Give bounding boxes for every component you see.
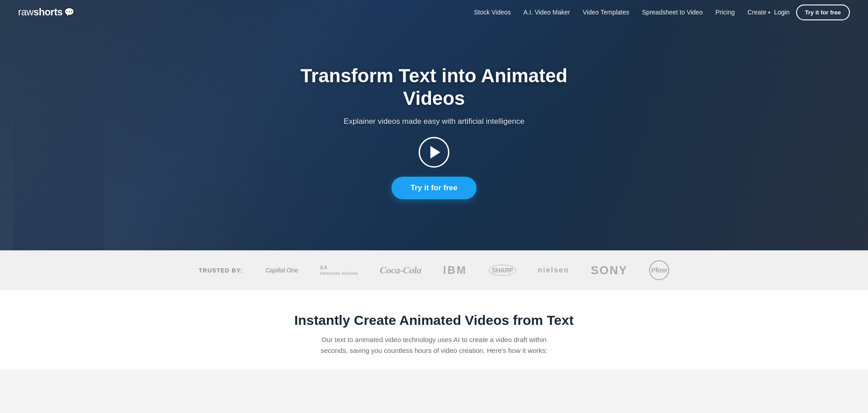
bottom-description: Our text to animated video technology us… xyxy=(307,334,561,356)
nav-item-spreadsheet-to-video[interactable]: Spreadsheet to Video xyxy=(642,8,703,16)
nav-link-stock-videos[interactable]: Stock Videos xyxy=(474,9,510,16)
nav-link-spreadsheet-to-video[interactable]: Spreadsheet to Video xyxy=(642,9,703,16)
logo-text: rawshorts xyxy=(18,6,62,18)
logo[interactable]: rawshorts 💬 xyxy=(18,6,74,18)
chevron-down-icon: ▾ xyxy=(768,10,770,15)
brand-pfizer: Pfizer xyxy=(649,260,669,280)
nav-try-free-button[interactable]: Try it for free xyxy=(796,5,850,20)
nav-link-ai-video-maker[interactable]: A.I. Video Maker xyxy=(524,9,570,16)
bottom-section: Instantly Create Animated Videos from Te… xyxy=(0,290,868,370)
nav-link-video-templates[interactable]: Video Templates xyxy=(583,9,629,16)
nav-item-stock-videos[interactable]: Stock Videos xyxy=(474,8,510,16)
hero-play-button[interactable] xyxy=(419,137,449,168)
hero-title: Transform Text into Animated Videos xyxy=(276,65,592,110)
hero-content: Transform Text into Animated Videos Expl… xyxy=(276,51,592,200)
trusted-logos: Capital One AAAmerican Airlines Coca-Col… xyxy=(265,260,669,280)
hero-subtitle: Explainer videos made easy with artifici… xyxy=(344,117,524,126)
navbar: rawshorts 💬 Stock Videos A.I. Video Make… xyxy=(0,0,868,24)
nav-links: Stock Videos A.I. Video Maker Video Temp… xyxy=(474,8,770,16)
logo-icon: 💬 xyxy=(64,7,74,17)
brand-capital-one: Capital One xyxy=(265,267,298,274)
nav-item-ai-video-maker[interactable]: A.I. Video Maker xyxy=(524,8,570,16)
trusted-section: TRUSTED BY: Capital One AAAmerican Airli… xyxy=(0,250,868,290)
bottom-title: Instantly Create Animated Videos from Te… xyxy=(18,313,850,328)
hero-try-free-button[interactable]: Try it for free xyxy=(392,177,476,199)
login-link[interactable]: Login xyxy=(774,9,789,16)
brand-coca-cola: Coca-Cola xyxy=(380,264,421,276)
nav-item-pricing[interactable]: Pricing xyxy=(715,8,735,16)
nav-item-create[interactable]: Create ▾ xyxy=(747,9,770,16)
nav-link-create[interactable]: Create ▾ xyxy=(747,9,770,16)
play-triangle-icon xyxy=(430,146,440,159)
trusted-label: TRUSTED BY: xyxy=(199,267,243,274)
brand-sharp: SHARP xyxy=(489,265,516,276)
brand-nielsen: nielsen xyxy=(538,266,569,274)
hero-section: Transform Text into Animated Videos Expl… xyxy=(0,0,868,250)
brand-ibm: IBM xyxy=(443,264,467,277)
brand-american-airlines: AAAmerican Airlines xyxy=(320,265,358,276)
nav-item-video-templates[interactable]: Video Templates xyxy=(583,8,629,16)
nav-link-pricing[interactable]: Pricing xyxy=(715,9,735,16)
brand-sony: SONY xyxy=(591,263,628,277)
